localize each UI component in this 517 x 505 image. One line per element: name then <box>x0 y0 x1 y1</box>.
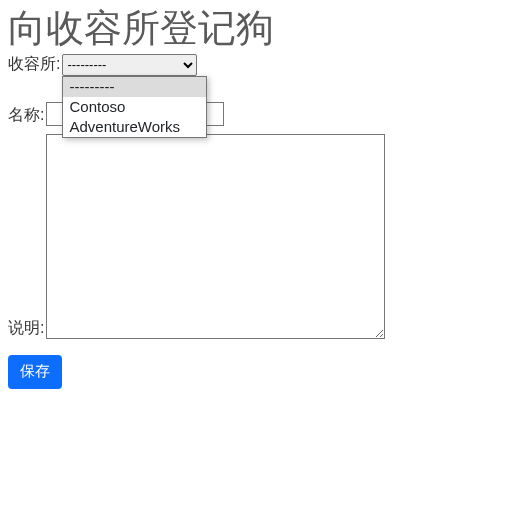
page-title: 向收容所登记狗 <box>8 8 509 50</box>
shelter-select-wrap: --------- --------- Contoso AdventureWor… <box>62 54 197 76</box>
shelter-dropdown-list: --------- Contoso AdventureWorks <box>62 76 207 138</box>
description-input[interactable] <box>46 134 385 339</box>
description-row: 说明: <box>8 134 509 339</box>
shelter-row: 收容所: --------- --------- Contoso Adventu… <box>8 54 509 76</box>
shelter-label: 收容所: <box>8 54 60 75</box>
shelter-option-placeholder[interactable]: --------- <box>63 77 206 97</box>
shelter-option-adventureworks[interactable]: AdventureWorks <box>63 117 206 137</box>
name-label: 名称: <box>8 105 44 126</box>
description-label: 说明: <box>8 318 44 339</box>
shelter-select[interactable]: --------- <box>62 54 197 76</box>
shelter-option-contoso[interactable]: Contoso <box>63 97 206 117</box>
save-button[interactable]: 保存 <box>8 355 62 389</box>
